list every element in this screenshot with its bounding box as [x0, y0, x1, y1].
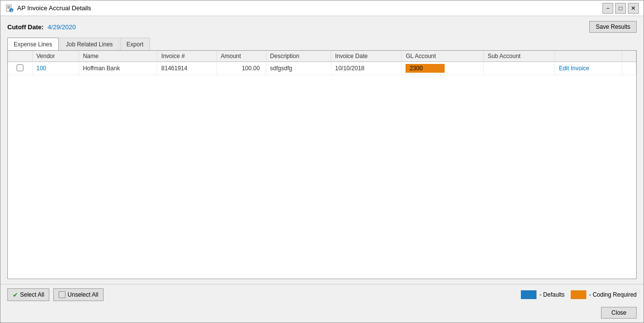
tab-expense-lines[interactable]: Expense Lines — [7, 38, 59, 50]
row-amount: 100.00 — [216, 62, 266, 75]
tab-list: Expense Lines Job Related Lines Export — [7, 38, 151, 50]
table-row: 100 Hoffman Bank 81461914 100.00 sdfgsdf… — [8, 62, 636, 75]
invoice-icon: $ — [5, 4, 13, 12]
legend-area: - Defaults - Coding Required — [521, 290, 637, 299]
tabs-bar: Expense Lines Job Related Lines Export — [7, 38, 637, 50]
title-controls: − □ ✕ — [602, 3, 639, 14]
defaults-swatch — [521, 290, 537, 299]
table-body: 100 Hoffman Bank 81461914 100.00 sdfgsdf… — [8, 62, 636, 75]
legend-defaults: - Defaults — [521, 290, 564, 299]
col-sub-account: Sub Account — [484, 51, 555, 62]
maximize-button[interactable]: □ — [615, 3, 626, 14]
col-extra — [622, 51, 636, 62]
minimize-button[interactable]: − — [602, 3, 613, 14]
title-bar: $ AP Invoice Accrual Details − □ ✕ — [0, 0, 644, 16]
col-invoice-num: Invoice # — [157, 51, 217, 62]
row-name: Hoffman Bank — [79, 62, 157, 75]
title-bar-left: $ AP Invoice Accrual Details — [5, 4, 91, 12]
bottom-bar: ✔ Select All Unselect All - Defaults - C… — [0, 284, 644, 305]
coding-required-label: - Coding Required — [589, 291, 637, 298]
col-description: Description — [266, 51, 331, 62]
row-checkbox[interactable] — [17, 64, 23, 71]
tab-export[interactable]: Export — [120, 38, 150, 50]
row-description: sdfgsdfg — [266, 62, 331, 75]
edit-invoice-link[interactable]: Edit Invoice — [559, 65, 589, 72]
unselect-checkbox-icon — [59, 291, 65, 298]
row-gl-account: 2300 — [402, 62, 484, 75]
row-action: Edit Invoice — [555, 62, 622, 75]
select-all-button[interactable]: ✔ Select All — [7, 288, 49, 301]
vendor-link[interactable]: 100 — [37, 65, 46, 72]
row-invoice-date: 10/10/2018 — [331, 62, 402, 75]
row-extra — [622, 62, 636, 75]
col-amount: Amount — [216, 51, 266, 62]
coding-required-swatch — [571, 290, 586, 299]
cutoff-label: Cutoff Date: — [7, 23, 43, 31]
content-area: Cutoff Date: 4/29/2020 Save Results Expe… — [0, 16, 644, 284]
row-sub-account — [484, 62, 555, 75]
unselect-all-button[interactable]: Unselect All — [53, 288, 104, 301]
main-window: $ AP Invoice Accrual Details − □ ✕ Cutof… — [0, 0, 644, 323]
tab-job-related-lines[interactable]: Job Related Lines — [60, 38, 119, 50]
cutoff-value: 4/29/2020 — [47, 23, 76, 31]
col-select — [8, 51, 32, 62]
cutoff-row: Cutoff Date: 4/29/2020 Save Results — [7, 21, 637, 33]
invoice-table: Vendor Name Invoice # Amount Description… — [8, 51, 636, 75]
data-table-container: Vendor Name Invoice # Amount Description… — [7, 50, 637, 279]
defaults-label: - Defaults — [539, 291, 564, 298]
legend-coding-required: - Coding Required — [571, 290, 637, 299]
check-icon: ✔ — [13, 291, 18, 299]
close-window-button[interactable]: ✕ — [628, 3, 639, 14]
col-name: Name — [79, 51, 157, 62]
row-checkbox-cell — [8, 62, 32, 75]
col-action — [555, 51, 622, 62]
dialog-close-row: Close — [0, 305, 644, 323]
col-vendor: Vendor — [32, 51, 79, 62]
col-gl-account: GL Account — [402, 51, 484, 62]
close-dialog-button[interactable]: Close — [601, 307, 637, 319]
table-header: Vendor Name Invoice # Amount Description… — [8, 51, 636, 62]
row-invoice-num: 81461914 — [157, 62, 217, 75]
col-invoice-date: Invoice Date — [331, 51, 402, 62]
row-vendor: 100 — [32, 62, 79, 75]
gl-account-value: 2300 — [406, 64, 445, 73]
window-title: AP Invoice Accrual Details — [17, 4, 91, 12]
svg-text:$: $ — [11, 9, 13, 12]
save-results-button[interactable]: Save Results — [589, 21, 637, 33]
